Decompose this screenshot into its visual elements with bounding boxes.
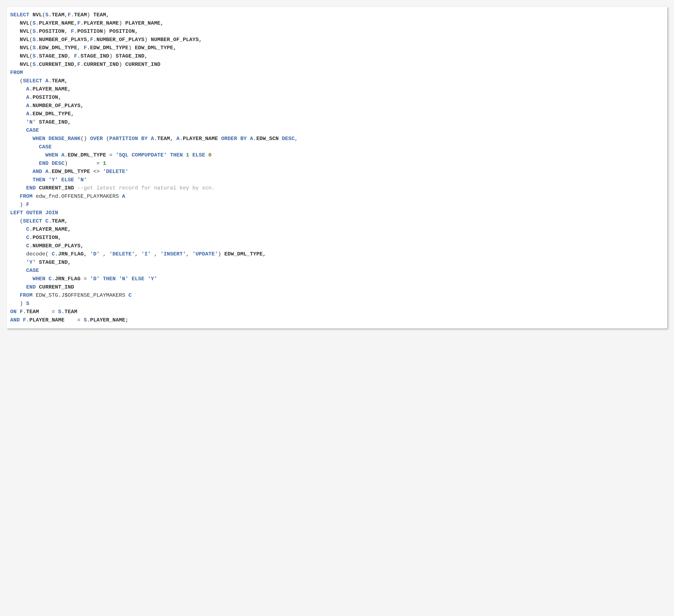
table-name: EDW_STG.J$OFFENSE_PLAYMAKERS	[36, 292, 125, 298]
kw-left-outer-join: LEFT OUTER JOIN	[10, 210, 58, 216]
kw-on: ON	[10, 309, 16, 315]
sql-code-block: SELECT NVL(S.TEAM,F.TEAM) TEAM, NVL(S.PL…	[7, 7, 667, 328]
comment: --get latest record for natural key by s…	[77, 185, 215, 191]
table-name: edw_fnd.OFFENSE_PLAYMAKERS	[36, 193, 119, 199]
kw-from: FROM	[10, 69, 23, 76]
kw-select: SELECT	[10, 12, 29, 18]
kw-and: AND	[10, 317, 20, 323]
fn-nvl: NVL	[32, 12, 42, 18]
